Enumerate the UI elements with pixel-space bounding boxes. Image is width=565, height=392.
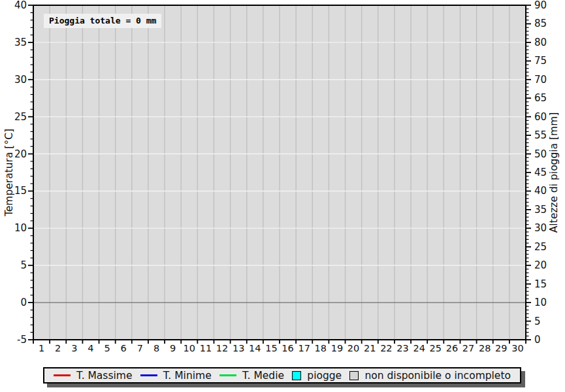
x-day-label: 2 [55, 343, 61, 353]
y-right-tick-label: 45 [534, 167, 547, 178]
x-day-label: 15 [265, 343, 277, 353]
y-right-tick-label: 65 [534, 92, 547, 104]
square-swatch-3 [292, 371, 301, 380]
legend-label: piogge [307, 370, 342, 382]
y-right-tick-label: 0 [534, 334, 541, 346]
y-right-tick-label: 15 [534, 278, 547, 290]
x-day-label: 18 [315, 343, 327, 353]
x-day-label: 9 [170, 343, 176, 353]
y-right-tick-label: 90 [534, 0, 547, 11]
x-day-label: 24 [413, 343, 425, 353]
y-left-tick-label: 15 [14, 185, 27, 197]
y-left-tick-label: 20 [14, 148, 27, 160]
legend-label: non disponibile o incompleto [364, 370, 511, 382]
x-day-label: 5 [104, 343, 110, 353]
y-left-tick-label: 35 [14, 37, 27, 48]
x-day-label: 13 [233, 343, 244, 353]
y-right-tick-label: 25 [534, 241, 547, 253]
x-day-label: 10 [184, 343, 195, 353]
legend-item-piogge: piogge [292, 370, 342, 382]
y-right-tick-label: 85 [534, 18, 547, 29]
y-left-tick-label: 25 [14, 111, 27, 123]
x-day-label: 17 [298, 343, 310, 353]
x-day-label: 1 [39, 343, 44, 353]
legend-label: T. Minime [163, 370, 212, 382]
x-day-label: 19 [331, 343, 343, 353]
y-left-tick-label: 0 [20, 297, 27, 308]
legend-item-t-massime: T. Massime [54, 370, 132, 382]
y-right-tick-label: 55 [534, 129, 547, 141]
x-day-label: 30 [511, 343, 523, 353]
y-left-tick-label: 30 [14, 74, 27, 86]
y-right-tick-label: 60 [534, 111, 547, 123]
square-swatch-4 [349, 371, 359, 380]
y-right-tick-label: 20 [534, 259, 547, 271]
x-day-label: 3 [71, 343, 77, 353]
x-day-label: 26 [446, 343, 458, 353]
right-axis-title: Altezze di pioggia [mm] [548, 112, 560, 233]
rain-total-annotation: Pioggia totale = 0 mm [44, 14, 161, 28]
y-right-tick-label: 35 [534, 204, 547, 216]
x-day-label: 29 [495, 343, 507, 353]
x-day-label: 25 [430, 343, 442, 353]
x-day-label: 8 [153, 343, 159, 353]
legend-label: T. Massime [76, 370, 132, 382]
y-right-tick-label: 70 [534, 74, 547, 86]
x-day-label: 20 [347, 343, 359, 353]
legend-label: T. Medie [242, 370, 284, 382]
x-day-label: 22 [380, 343, 392, 353]
y-right-tick-label: 80 [534, 37, 547, 48]
legend: T. MassimeT. MinimeT. Mediepioggenon dis… [43, 367, 521, 384]
x-day-label: 12 [216, 343, 228, 353]
y-right-tick-label: 50 [534, 148, 547, 160]
y-right-tick-label: 30 [534, 222, 547, 234]
monthly-weather-chart: -505101520253035400510152025303540455055… [0, 0, 565, 392]
y-left-tick-label: 40 [14, 0, 27, 11]
line-swatch-2 [219, 374, 236, 376]
plot-canvas: -505101520253035400510152025303540455055… [0, 0, 565, 392]
x-day-label: 7 [137, 343, 143, 353]
x-day-label: 21 [364, 343, 376, 353]
x-day-label: 23 [396, 343, 408, 353]
legend-item-t-minime: T. Minime [140, 370, 212, 382]
line-swatch-1 [140, 374, 157, 376]
y-right-tick-label: 75 [534, 55, 547, 67]
x-day-label: 14 [249, 343, 261, 353]
y-left-tick-label: 5 [20, 259, 27, 271]
legend-item-t-medie: T. Medie [219, 370, 284, 382]
x-day-label: 11 [200, 343, 212, 353]
y-right-tick-label: 5 [534, 316, 541, 327]
x-day-label: 4 [88, 343, 93, 353]
line-swatch-0 [54, 374, 71, 376]
y-left-tick-label: 10 [14, 222, 27, 234]
x-day-label: 16 [282, 343, 293, 353]
x-day-label: 27 [462, 343, 474, 353]
x-day-label: 6 [121, 343, 127, 353]
left-axis-title: Temperatura [°C] [3, 129, 15, 216]
y-right-tick-label: 10 [534, 297, 547, 308]
legend-item-non-disponibile-o-incompleto: non disponibile o incompleto [349, 370, 511, 382]
y-left-tick-label: -5 [17, 334, 27, 346]
y-right-tick-label: 40 [534, 185, 547, 197]
x-day-label: 28 [479, 343, 491, 353]
